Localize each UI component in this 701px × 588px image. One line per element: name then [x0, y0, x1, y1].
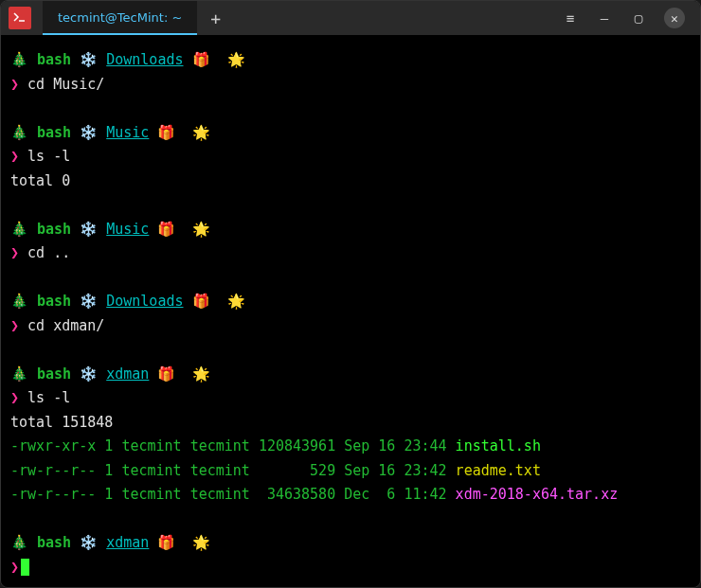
shell-name: bash [37, 124, 71, 141]
shell-name: bash [37, 293, 71, 310]
terminal-app-icon [9, 7, 31, 29]
file-name: xdm-2018-x64.tar.xz [456, 486, 619, 503]
gift-icon: 🎁 [157, 534, 175, 551]
shell-name: bash [37, 51, 71, 68]
prompt-char: ❯ [10, 317, 19, 334]
close-button[interactable]: ✕ [664, 8, 685, 28]
shell-name: bash [37, 534, 71, 551]
cwd: xdman [106, 534, 149, 551]
snowflake-icon: ❄️ [80, 293, 98, 310]
blank-line [10, 338, 691, 363]
blank-line [10, 508, 691, 532]
cursor [21, 559, 29, 576]
star-icon: 🌟 [192, 534, 210, 551]
command-line-4: ❯ cd xdman/ [10, 314, 691, 339]
star-icon: 🌟 [227, 51, 245, 68]
shell-name: bash [37, 221, 71, 238]
menu-button[interactable]: ≡ [562, 10, 579, 26]
blank-line [10, 193, 691, 218]
tab-active[interactable]: tecmint@TecMint: ~ [43, 1, 197, 35]
snowflake-icon: ❄️ [80, 221, 98, 238]
gift-icon: 🎁 [157, 124, 175, 141]
prompt-line-2: 🎄 bash ❄️ Music 🎁 🌟 [10, 121, 691, 146]
tree-icon: 🎄 [10, 534, 28, 551]
star-icon: 🌟 [192, 124, 210, 141]
prompt-line-1: 🎄 bash ❄️ Downloads 🎁 🌟 [10, 48, 691, 73]
command-line-1: ❯ cd Music/ [10, 73, 691, 98]
snowflake-icon: ❄️ [80, 365, 98, 383]
cwd: xdman [106, 365, 149, 383]
prompt-char: ❯ [10, 244, 19, 261]
snowflake-icon: ❄️ [80, 534, 98, 551]
titlebar: tecmint@TecMint: ~ + ≡ — ▢ ✕ [1, 1, 700, 35]
prompt-char: ❯ [10, 389, 19, 406]
prompt-line-4: 🎄 bash ❄️ Downloads 🎁 🌟 [10, 290, 691, 314]
cwd: Music [106, 124, 149, 141]
blank-line [10, 97, 691, 121]
gift-icon: 🎁 [192, 293, 210, 310]
minimize-button[interactable]: — [596, 10, 613, 26]
ls-row: -rwxr-xr-x 1 tecmint tecmint 120843961 S… [10, 435, 691, 459]
command-text: ls -l [27, 389, 70, 406]
tree-icon: 🎄 [10, 51, 28, 68]
gift-icon: 🎁 [157, 221, 175, 238]
cwd: Music [106, 221, 149, 238]
blank-line [10, 266, 691, 291]
file-name: install.sh [456, 437, 541, 454]
command-line-3: ❯ cd .. [10, 241, 691, 266]
maximize-button[interactable]: ▢ [630, 10, 647, 26]
prompt-line-5: 🎄 bash ❄️ xdman 🎁 🌟 [10, 363, 691, 387]
command-line-5: ❯ ls -l [10, 386, 691, 411]
star-icon: 🌟 [192, 221, 210, 238]
prompt-char: ❯ [10, 148, 19, 165]
command-text: cd .. [27, 244, 70, 261]
cwd: Downloads [106, 51, 183, 68]
command-text: ls -l [27, 148, 70, 165]
output-total: total 151848 [10, 411, 691, 436]
command-line-2: ❯ ls -l [10, 145, 691, 169]
ls-row: -rw-r--r-- 1 tecmint tecmint 34638580 De… [10, 483, 691, 508]
file-perms: -rw-r--r-- 1 tecmint tecmint 529 Sep 16 … [10, 462, 456, 479]
gift-icon: 🎁 [192, 51, 210, 68]
tree-icon: 🎄 [10, 365, 28, 383]
star-icon: 🌟 [227, 293, 245, 310]
file-name: readme.txt [456, 462, 541, 479]
snowflake-icon: ❄️ [80, 51, 98, 68]
prompt-char: ❯ [10, 76, 19, 93]
snowflake-icon: ❄️ [80, 124, 98, 141]
gift-icon: 🎁 [157, 365, 175, 383]
star-icon: 🌟 [192, 365, 210, 383]
tree-icon: 🎄 [10, 293, 28, 310]
command-text: cd xdman/ [27, 317, 104, 334]
terminal-body[interactable]: 🎄 bash ❄️ Downloads 🎁 🌟 ❯ cd Music/ 🎄 ba… [1, 35, 700, 588]
file-perms: -rwxr-xr-x 1 tecmint tecmint 120843961 S… [10, 437, 456, 454]
prompt-line-6: 🎄 bash ❄️ xdman 🎁 🌟 [10, 531, 691, 556]
prompt-line-3: 🎄 bash ❄️ Music 🎁 🌟 [10, 218, 691, 242]
file-perms: -rw-r--r-- 1 tecmint tecmint 34638580 De… [10, 486, 456, 503]
ls-row: -rw-r--r-- 1 tecmint tecmint 529 Sep 16 … [10, 459, 691, 484]
new-tab-button[interactable]: + [197, 1, 234, 35]
cwd: Downloads [106, 293, 183, 310]
output-line: total 0 [10, 169, 691, 194]
window-controls: ≡ — ▢ ✕ [562, 8, 692, 28]
prompt-char: ❯ [10, 559, 19, 576]
tree-icon: 🎄 [10, 221, 28, 238]
command-text: cd Music/ [27, 76, 104, 93]
tree-icon: 🎄 [10, 124, 28, 141]
shell-name: bash [37, 365, 71, 383]
command-line-current[interactable]: ❯ [10, 556, 691, 580]
